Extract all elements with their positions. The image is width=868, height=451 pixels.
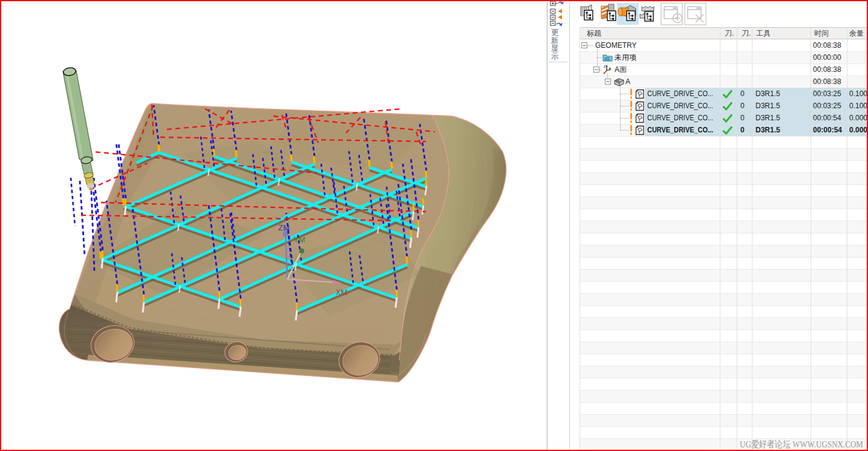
svg-text:y: y bbox=[609, 66, 612, 71]
svg-text:YM: YM bbox=[293, 235, 305, 244]
svg-text:ZM: ZM bbox=[278, 223, 290, 232]
svg-text:z: z bbox=[604, 64, 605, 68]
svg-text:XM: XM bbox=[336, 288, 348, 297]
